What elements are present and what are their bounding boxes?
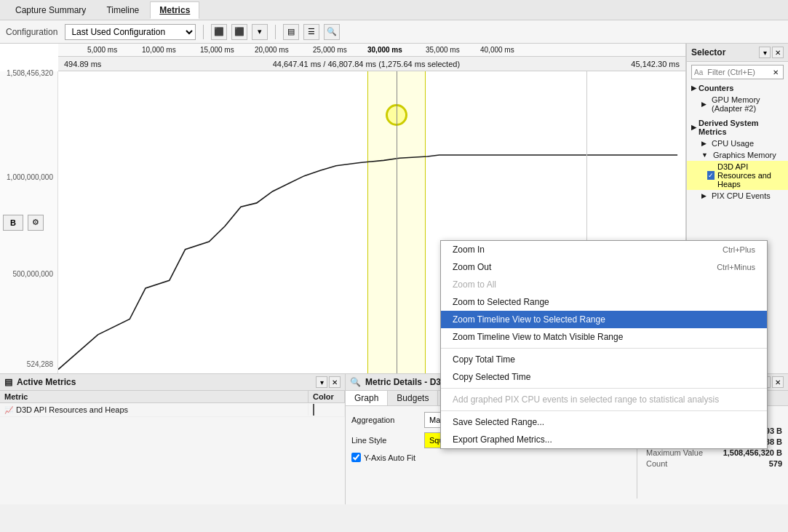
- y-axis: 1,508,456,320 1,000,000,000 500,000,000 …: [0, 71, 58, 373]
- filter-input[interactable]: [705, 68, 771, 76]
- menu-zoom-selected[interactable]: Zoom to Selected Range: [441, 293, 767, 311]
- menu-zoom-out[interactable]: Zoom Out Ctrl+Minus: [441, 258, 767, 276]
- menu-zoom-timeline-visible[interactable]: Zoom Timeline View to Match Visible Rang…: [441, 328, 767, 346]
- menu-sep-2: [441, 388, 767, 389]
- time-label-7: 35,000 ms: [426, 46, 460, 54]
- b-btn-area: B ⚙: [3, 215, 44, 231]
- menu-add-statistical: Add graphed PIX CPU events in selected r…: [441, 391, 767, 408]
- b-button[interactable]: B: [3, 215, 23, 231]
- menu-copy-selected[interactable]: Copy Selected Time: [441, 368, 767, 386]
- active-metrics-header: ▤ Active Metrics ▾ ✕: [0, 374, 345, 391]
- d3d-api-label: D3D API Resources and Heaps: [717, 162, 776, 188]
- menu-sep-3: [441, 410, 767, 411]
- cursor-line: [397, 71, 397, 373]
- counters-header[interactable]: ▶ Counters: [687, 82, 788, 94]
- menu-zoom-all: Zoom to All: [441, 276, 767, 293]
- graphics-memory-label: Graphics Memory: [713, 151, 776, 159]
- y-axis-checkbox[interactable]: [351, 453, 361, 462]
- gpu-memory-arrow: ▶: [701, 100, 707, 108]
- metric-details-close[interactable]: ✕: [772, 376, 784, 388]
- time-label-2: 10,000 ms: [142, 46, 176, 54]
- active-metrics-close[interactable]: ✕: [329, 376, 341, 388]
- time-label-4: 20,000 ms: [255, 46, 289, 54]
- line-style-label: Line Style: [351, 436, 424, 445]
- active-metrics-panel: ▤ Active Metrics ▾ ✕ Metric Color 📈 D3D …: [0, 374, 346, 504]
- settings-button[interactable]: ⚙: [28, 215, 44, 231]
- menu-zoom-timeline-selected[interactable]: Zoom Timeline View to Selected Range: [441, 311, 767, 328]
- menu-zoom-selected-label: Zoom to Selected Range: [453, 297, 549, 307]
- stats-count-value: 579: [769, 459, 782, 468]
- aggregation-label: Aggregation: [351, 416, 424, 424]
- graphics-memory-item[interactable]: ▼ Graphics Memory: [687, 149, 788, 161]
- tab-timeline[interactable]: Timeline: [97, 1, 148, 19]
- context-menu: Zoom In Ctrl+Plus Zoom Out Ctrl+Minus Zo…: [440, 240, 768, 449]
- copy-button-2[interactable]: ⬛: [231, 24, 247, 40]
- derived-arrow: ▶: [691, 124, 696, 131]
- status-right: 45,142.30 ms: [631, 60, 680, 68]
- cpu-usage-item[interactable]: ▶ CPU Usage: [687, 138, 788, 149]
- copy-button-1[interactable]: ⬛: [211, 24, 227, 40]
- selector-minimize-btn[interactable]: ▾: [759, 47, 771, 58]
- tab-budgets[interactable]: Budgets: [388, 391, 438, 405]
- menu-zoom-in[interactable]: Zoom In Ctrl+Plus: [441, 241, 767, 258]
- active-metrics-minimize[interactable]: ▾: [316, 376, 327, 388]
- status-center: 44,647.41 ms / 46,807.84 ms (1,275.64 ms…: [273, 60, 460, 68]
- d3d-api-checkbox[interactable]: ✓: [707, 171, 715, 180]
- filter-clear-btn[interactable]: ✕: [771, 68, 781, 76]
- time-label-6: 30,000 ms: [367, 46, 402, 54]
- tab-graph[interactable]: Graph: [346, 391, 388, 405]
- menu-zoom-all-label: Zoom to All: [453, 279, 496, 290]
- metric-name-cell: 📈 D3D API Resources and Heaps: [0, 404, 309, 416]
- separator-2: [275, 25, 276, 39]
- stats-max-label: Maximum Value: [646, 448, 703, 457]
- pix-cpu-label: PIX CPU Events: [712, 191, 771, 200]
- selector-close-btn[interactable]: ✕: [772, 47, 784, 58]
- gpu-memory-item[interactable]: ▶ GPU Memory (Adapter #2): [687, 94, 788, 114]
- tab-capture-summary[interactable]: Capture Summary: [6, 1, 95, 19]
- menu-save-range[interactable]: Save Selected Range...: [441, 413, 767, 431]
- menu-export-metrics-label: Export Graphed Metrics...: [453, 434, 552, 445]
- metric-details-icon: 🔍: [350, 377, 361, 387]
- filter-aa-label: Aa: [692, 68, 705, 76]
- tab-metrics[interactable]: Metrics: [150, 1, 199, 19]
- status-bar: 494.89 ms 44,647.41 ms / 46,807.84 ms (1…: [58, 57, 685, 71]
- pix-cpu-item[interactable]: ▶ PIX CPU Events: [687, 190, 788, 202]
- y-label-bottom: 524,288: [27, 360, 53, 368]
- tree-section-derived: ▶ Derived System Metrics ▶ CPU Usage ▼ G…: [687, 117, 788, 202]
- cpu-usage-arrow: ▶: [701, 140, 707, 147]
- menu-copy-total[interactable]: Copy Total Time: [441, 351, 767, 368]
- graphics-memory-arrow: ▼: [701, 151, 708, 159]
- graph-icon: 📈: [4, 406, 13, 414]
- stats-count-label: Count: [646, 459, 667, 468]
- time-label-1: 5,000 ms: [87, 46, 117, 54]
- menu-zoom-in-label: Zoom In: [453, 245, 485, 255]
- status-left: 494.89 ms: [64, 60, 101, 68]
- table-row[interactable]: 📈 D3D API Resources and Heaps: [0, 403, 345, 417]
- menu-copy-total-label: Copy Total Time: [453, 354, 515, 365]
- stats-max: Maximum Value 1,508,456,320 B: [646, 448, 782, 457]
- y-label-mid2: 500,000,000: [12, 270, 53, 278]
- d3d-api-item[interactable]: ✓ D3D API Resources and Heaps: [687, 161, 788, 190]
- y-axis-label: Y-Axis Auto Fit: [364, 453, 415, 462]
- menu-export-metrics[interactable]: Export Graphed Metrics...: [441, 431, 767, 448]
- active-metrics-icon: ▤: [4, 377, 12, 387]
- metric-name-label: D3D API Resources and Heaps: [16, 405, 128, 414]
- search-button[interactable]: 🔍: [324, 24, 340, 40]
- derived-header[interactable]: ▶ Derived System Metrics: [687, 117, 788, 138]
- filter-box[interactable]: Aa ✕: [691, 65, 784, 79]
- dropdown-button[interactable]: ▾: [252, 24, 268, 40]
- menu-copy-selected-label: Copy Selected Time: [453, 372, 530, 382]
- cpu-usage-label: CPU Usage: [712, 139, 754, 148]
- y-axis-check-row: Y-Axis Auto Fit: [351, 453, 625, 462]
- time-label-3: 15,000 ms: [200, 46, 234, 54]
- menu-zoom-out-shortcut: Ctrl+Minus: [717, 263, 755, 271]
- menu-sep-1: [441, 348, 767, 349]
- menu-save-range-label: Save Selected Range...: [453, 417, 544, 427]
- config-select[interactable]: Last Used Configuration: [65, 24, 196, 40]
- table-button-1[interactable]: ▤: [283, 24, 299, 40]
- stats-max-value: 1,508,456,320 B: [723, 448, 782, 457]
- metric-color-cell: [309, 403, 345, 416]
- time-label-8: 40,000 ms: [480, 46, 514, 54]
- menu-add-statistical-label: Add graphed PIX CPU events in selected r…: [453, 394, 719, 405]
- table-button-2[interactable]: ☰: [303, 24, 319, 40]
